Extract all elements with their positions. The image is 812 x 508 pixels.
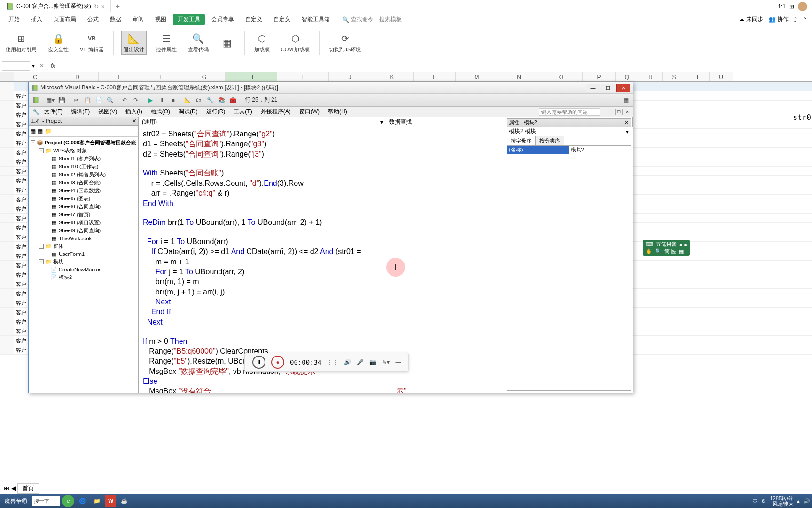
ribbon-vb-editor[interactable]: VBVB 编辑器 — [78, 31, 106, 54]
vbe-tb-props-icon[interactable]: 🔧 — [205, 95, 215, 105]
row-header[interactable] — [0, 223, 14, 232]
menu-data[interactable]: 数据 — [105, 14, 126, 25]
toggle-folders-icon[interactable]: 📁 — [45, 128, 52, 135]
select-all-corner[interactable] — [0, 72, 14, 81]
tab-nav-first[interactable]: ⏮ — [4, 485, 9, 492]
menu-insert[interactable]: 插入 — [26, 14, 47, 25]
tab-refresh-icon[interactable]: ↻ — [94, 3, 99, 10]
row-header[interactable] — [0, 138, 14, 147]
col-header[interactable]: O — [540, 72, 583, 81]
volume-icon[interactable]: 🔊 — [344, 359, 351, 365]
close-button[interactable]: ✕ — [616, 84, 630, 92]
row-header[interactable] — [0, 204, 14, 213]
tree-sheet-item[interactable]: ▦Sheet5 (图表) — [31, 195, 136, 203]
tree-sheet-item[interactable]: ▦Sheet9 (合同查询) — [31, 227, 136, 235]
command-search[interactable]: 🔍 查找命令、搜索模板 — [342, 16, 402, 24]
sheet-tab-home[interactable]: 首页 — [17, 483, 39, 494]
vbe-help-search[interactable] — [539, 108, 600, 116]
props-tab-category[interactable]: 按分类序 — [536, 136, 564, 145]
formula-input[interactable] — [59, 61, 810, 71]
vbe-titlebar[interactable]: 📗 Microsoft Visual Basic - C-008客户合同管理与回… — [29, 82, 633, 94]
cancel-icon[interactable]: ✕ — [37, 63, 47, 69]
row-header[interactable] — [0, 91, 14, 100]
menu-view[interactable]: 视图 — [150, 14, 171, 25]
project-tree[interactable]: −📦Project (C-008客户合同管理与回款台账 −📁WPS表格 对象 ▦… — [29, 137, 138, 393]
mdi-close-button[interactable]: ✕ — [624, 109, 631, 115]
share-icon[interactable]: ⤴ — [794, 16, 797, 23]
tab-nav-prev[interactable]: ◀ — [11, 485, 16, 492]
menu-custom2[interactable]: 自定义 — [269, 14, 295, 25]
ribbon-view-code[interactable]: 🔍查看代码 — [186, 31, 211, 54]
collab[interactable]: 👥 协作 — [769, 16, 789, 24]
vbe-menu-run[interactable]: 运行(R) — [203, 107, 229, 117]
row-header[interactable] — [0, 261, 14, 270]
taskbar-folder-icon[interactable]: 📁 — [91, 495, 103, 507]
row-header[interactable] — [0, 101, 14, 110]
menu-pagelayout[interactable]: 页面布局 — [49, 14, 81, 25]
tree-sheet-item[interactable]: ▦Sheet6 (合同查询) — [31, 203, 136, 211]
taskbar-app-icon[interactable]: 🌀 — [76, 495, 89, 507]
chevron-icon[interactable]: ⌃ — [803, 16, 807, 23]
taskbar-app[interactable]: 魔兽争霸 — [2, 495, 30, 507]
row-header[interactable] — [0, 82, 14, 91]
minimize-icon[interactable]: — — [395, 359, 401, 365]
vbe-menu-window[interactable]: 窗口(W) — [296, 107, 323, 117]
col-header[interactable]: J — [329, 72, 371, 81]
vbe-tb-find-icon[interactable]: 🔍 — [105, 95, 115, 105]
row-header[interactable] — [0, 251, 14, 260]
prop-value[interactable]: 模块2 — [569, 146, 631, 154]
vbe-tb-undo-icon[interactable]: ↶ — [119, 95, 130, 105]
taskbar-wps-icon[interactable]: W — [105, 495, 116, 507]
vbe-menu-addins[interactable]: 外接程序(A) — [257, 107, 295, 117]
row-header[interactable] — [0, 185, 14, 194]
menu-member[interactable]: 会员专享 — [207, 14, 239, 25]
vbe-menu-tools[interactable]: 工具(T) — [230, 107, 256, 117]
tray-icon[interactable]: 🛡 — [752, 498, 757, 504]
view-ratio-icon[interactable]: 1:1 — [778, 3, 786, 10]
grid-icon[interactable]: ⊞ — [789, 3, 794, 10]
row-header[interactable] — [0, 279, 14, 288]
menu-smart[interactable]: 智能工具箱 — [297, 14, 335, 25]
col-header[interactable]: M — [456, 72, 498, 81]
props-object-combo[interactable]: 模块2 模块▾ — [507, 127, 631, 136]
tree-collapse-icon[interactable]: − — [39, 148, 44, 153]
pause-button[interactable]: ⏸ — [252, 356, 265, 369]
col-header[interactable]: G — [183, 72, 226, 81]
col-header[interactable]: S — [663, 72, 686, 81]
col-header[interactable]: P — [583, 72, 616, 81]
col-header[interactable]: T — [686, 72, 710, 81]
object-dropdown[interactable]: (通用)▾ — [139, 117, 386, 127]
col-header[interactable]: I — [277, 72, 329, 81]
tree-collapse-icon[interactable]: − — [31, 140, 35, 145]
vbe-tb-design-icon[interactable]: 📐 — [182, 95, 193, 105]
row-header[interactable] — [0, 270, 14, 279]
menu-formula[interactable]: 公式 — [83, 14, 103, 25]
name-box[interactable] — [2, 61, 30, 71]
vbe-tb-excel-icon[interactable]: 📗 — [31, 95, 41, 105]
vbe-tb-toolbox-icon[interactable]: 🧰 — [227, 95, 238, 105]
row-header[interactable] — [0, 129, 14, 138]
vbe-tb-project-icon[interactable]: 🗂 — [194, 95, 204, 105]
ribbon-js-switch[interactable]: ⟳切换到JS环境 — [327, 31, 363, 54]
tree-collapse-icon[interactable]: − — [39, 259, 44, 264]
ribbon-exit-design[interactable]: 📐退出设计 — [121, 31, 147, 55]
document-tab[interactable]: 📗 C-008客户合...账管理系统(发) ↻ × — [0, 0, 111, 12]
tree-sheet-item[interactable]: ▦Sheet3 (合同台账) — [31, 179, 136, 187]
row-header[interactable] — [0, 195, 14, 204]
minimize-button[interactable]: — — [586, 84, 600, 92]
row-header[interactable] — [0, 345, 14, 354]
ribbon-controls[interactable]: ▦ — [218, 35, 237, 50]
col-header[interactable]: R — [639, 72, 663, 81]
menu-start[interactable]: 开始 — [4, 14, 24, 25]
view-object-icon[interactable]: ▦ — [38, 128, 43, 135]
vbe-menu-format[interactable]: 格式(O) — [147, 107, 174, 117]
tree-sheet-item[interactable]: ▦Sheet8 (项目设置) — [31, 219, 136, 227]
new-tab-button[interactable]: + — [111, 0, 125, 13]
vbe-tb-run-icon[interactable]: ▶ — [145, 95, 156, 105]
row-header[interactable] — [0, 176, 14, 185]
menu-review[interactable]: 审阅 — [128, 14, 148, 25]
row-header[interactable] — [0, 167, 14, 175]
ribbon-addins[interactable]: ⬡加载项 — [252, 31, 272, 54]
vbe-tb-cut-icon[interactable]: ✂ — [71, 95, 81, 105]
camera-off-icon[interactable]: 📷 — [369, 359, 376, 365]
